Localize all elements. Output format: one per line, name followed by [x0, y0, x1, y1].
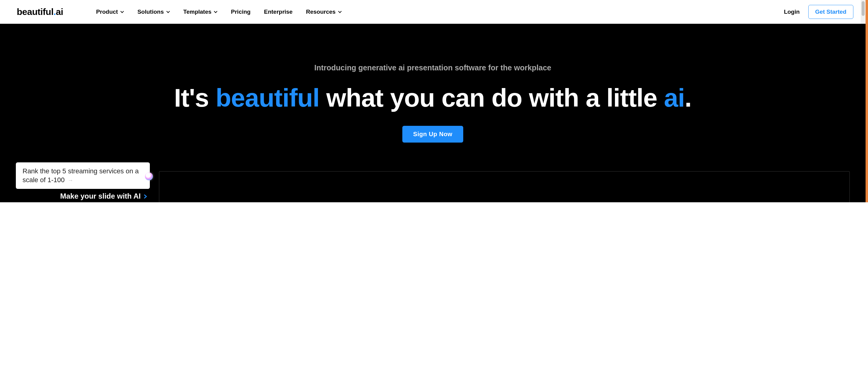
nav-item-solutions[interactable]: Solutions — [137, 8, 170, 15]
make-slide-link[interactable]: Make your slide with AI — [60, 192, 147, 201]
nav-label: Resources — [306, 8, 336, 15]
header-actions: Login Get Started — [784, 5, 854, 19]
hero-title-part1: It's — [174, 84, 216, 112]
hero-section: Introducing generative ai presentation s… — [0, 24, 866, 202]
nav-label: Enterprise — [264, 8, 293, 15]
nav-item-pricing[interactable]: Pricing — [231, 8, 250, 15]
hero-title-accent2: ai — [664, 84, 685, 112]
scrollbar-track[interactable] — [861, 0, 866, 24]
nav-label: Product — [96, 8, 118, 15]
hero-bottom-section: Rank the top 5 streaming services on a s… — [0, 162, 866, 202]
hero-title-accent1: beautiful — [216, 84, 319, 112]
logo-dot: . — [54, 7, 56, 17]
prompt-text: Rank the top 5 streaming services on a s… — [23, 167, 139, 184]
chevron-right-icon — [143, 192, 147, 201]
nav-label: Templates — [183, 8, 212, 15]
primary-nav: Product Solutions Templates Pricing Ente… — [96, 8, 341, 15]
make-slide-label: Make your slide with AI — [60, 192, 141, 201]
prompt-area: Rank the top 5 streaming services on a s… — [16, 162, 150, 202]
ai-orb-icon — [145, 173, 153, 180]
hero-subtitle: Introducing generative ai presentation s… — [6, 63, 860, 72]
nav-item-enterprise[interactable]: Enterprise — [264, 8, 293, 15]
nav-label: Pricing — [231, 8, 250, 15]
site-header: beautiful.ai Product Solutions Templates… — [0, 0, 866, 24]
prompt-box[interactable]: Rank the top 5 streaming services on a s… — [16, 162, 150, 189]
chevron-down-icon — [120, 10, 124, 14]
arrow-right-icon: → — [68, 177, 73, 183]
hero-title: It's beautiful what you can do with a li… — [6, 84, 860, 111]
logo-text-after: ai — [56, 7, 63, 17]
get-started-button[interactable]: Get Started — [808, 5, 854, 19]
logo[interactable]: beautiful.ai — [17, 7, 63, 17]
chevron-down-icon — [166, 10, 170, 14]
nav-item-product[interactable]: Product — [96, 8, 124, 15]
logo-text-before: beautiful — [17, 7, 54, 17]
nav-item-templates[interactable]: Templates — [183, 8, 218, 15]
hero-title-part2: what you can do with a little — [319, 84, 664, 112]
signup-button[interactable]: Sign Up Now — [402, 126, 464, 143]
nav-item-resources[interactable]: Resources — [306, 8, 342, 15]
chevron-down-icon — [338, 10, 342, 14]
chevron-down-icon — [214, 10, 217, 14]
nav-label: Solutions — [137, 8, 164, 15]
hero-title-part3: . — [685, 84, 691, 112]
window-edge-right — [866, 0, 868, 202]
scrollbar-thumb[interactable] — [862, 1, 865, 16]
login-link[interactable]: Login — [784, 8, 800, 15]
preview-panel — [159, 171, 850, 202]
